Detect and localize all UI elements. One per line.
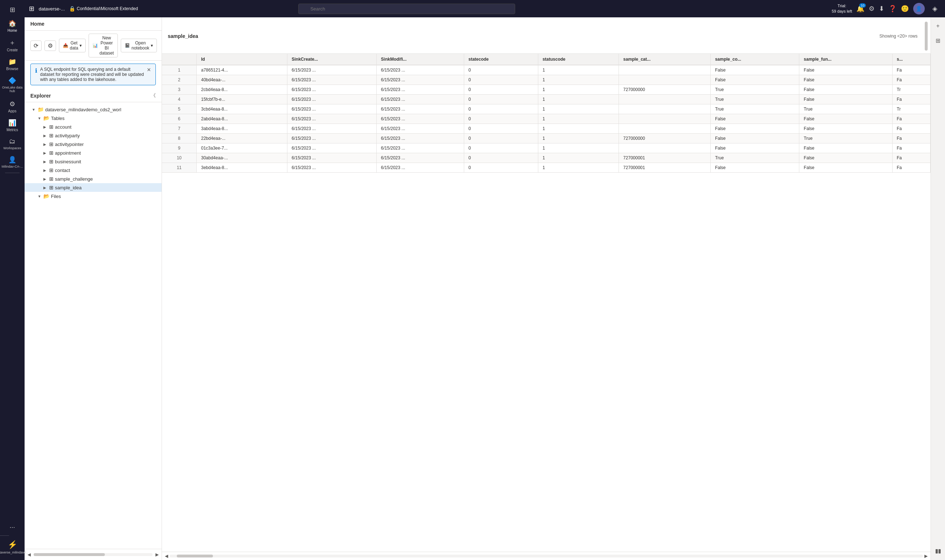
cell-sampleco-10: True bbox=[711, 153, 799, 163]
cell-s-4: Fa bbox=[892, 95, 931, 105]
tree-table-account[interactable]: ▶ ⊞ account bbox=[25, 123, 162, 131]
tables-chevron-icon: ▼ bbox=[38, 116, 42, 120]
info-close-button[interactable]: ✕ bbox=[147, 67, 151, 72]
table-scroll-left[interactable]: ◀ bbox=[165, 554, 168, 558]
cell-samplecat-6 bbox=[619, 114, 711, 124]
cell-id-7: 3abd4eaa-8... bbox=[197, 124, 287, 134]
rail-metrics[interactable]: 📊 Metrics bbox=[0, 116, 25, 135]
cell-s-9: Fa bbox=[892, 143, 931, 153]
rail-create[interactable]: ＋ Create bbox=[0, 35, 25, 55]
download-icon[interactable]: ⬇ bbox=[879, 5, 884, 13]
feedback-icon[interactable]: 🙂 bbox=[901, 5, 909, 13]
table-area[interactable]: Id SinkCreate... SinkModifi... statecode… bbox=[162, 54, 931, 552]
cell-statuscode-1: 1 bbox=[538, 65, 618, 75]
cell-sinkcreate-1: 6/15/2023 ... bbox=[287, 65, 376, 75]
table-icon-contact: ⊞ bbox=[49, 167, 54, 173]
new-dataset-button[interactable]: 📊 New Power BI dataset bbox=[89, 34, 117, 57]
files-chevron-icon: ▼ bbox=[38, 194, 42, 198]
refresh-button[interactable]: ⟳ bbox=[30, 40, 42, 51]
cell-sinkcreate-3: 6/15/2023 ... bbox=[287, 85, 376, 95]
rail-onelake[interactable]: 🔷 OneLake data hub bbox=[0, 74, 25, 96]
right-rail-columns[interactable] bbox=[932, 546, 944, 557]
table-row[interactable]: 4 15fcbf7b-e... 6/15/2023 ... 6/15/2023 … bbox=[162, 95, 931, 105]
horizontal-scroll-track[interactable] bbox=[34, 553, 153, 556]
table-header-row: Id SinkCreate... SinkModifi... statecode… bbox=[162, 54, 931, 65]
rail-home[interactable]: 🏠 Home bbox=[0, 17, 25, 35]
table-row[interactable]: 8 22bd4eaa-... 6/15/2023 ... 6/15/2023 .… bbox=[162, 134, 931, 143]
horizontal-scroll-thumb bbox=[34, 553, 105, 556]
right-rail-layout[interactable]: ⊞ bbox=[932, 35, 944, 46]
cell-s-1: Fa bbox=[892, 65, 931, 75]
scroll-right-arrow[interactable]: ▶ bbox=[154, 551, 160, 558]
grid-menu-icon[interactable]: ⊞ bbox=[29, 5, 34, 13]
fabric-icon[interactable]: ◈ bbox=[929, 3, 941, 14]
table-row[interactable]: 5 3cbd4eaa-8... 6/15/2023 ... 6/15/2023 … bbox=[162, 105, 931, 114]
table-row[interactable]: 1 a7865121-4... 6/15/2023 ... 6/15/2023 … bbox=[162, 65, 931, 75]
table-row[interactable]: 11 3ebd4eaa-8... 6/15/2023 ... 6/15/2023… bbox=[162, 163, 931, 173]
cell-id-1: a7865121-4... bbox=[197, 65, 287, 75]
cell-id-10: 30abd4eaa-... bbox=[197, 153, 287, 163]
sample-challenge-label: sample_challenge bbox=[55, 176, 93, 182]
avatar[interactable]: 👤 bbox=[913, 3, 925, 14]
topbar-title: dataverse-... bbox=[39, 6, 65, 12]
rail-grid-menu[interactable]: ⊞ bbox=[0, 3, 25, 17]
rail-milindav[interactable]: 👤 Milindav-CA-... bbox=[0, 153, 25, 171]
files-label: Files bbox=[51, 194, 61, 199]
badge-lock-icon: 🔒 bbox=[69, 6, 75, 12]
settings-icon[interactable]: ⚙ bbox=[869, 5, 874, 13]
row-num-1: 1 bbox=[162, 65, 197, 75]
table-row[interactable]: 7 3abd4eaa-8... 6/15/2023 ... 6/15/2023 … bbox=[162, 124, 931, 134]
tree-root-node[interactable]: ▼ 📁 dataverse_milindavdemo_cds2_worl bbox=[25, 105, 162, 114]
tree-files-node[interactable]: ▼ 📂 Files bbox=[25, 192, 162, 200]
open-notebook-label: Open notebook bbox=[132, 40, 149, 51]
tree-area: ▼ 📁 dataverse_milindavdemo_cds2_worl ▼ 📂… bbox=[25, 102, 162, 549]
col-s: s... bbox=[892, 54, 931, 65]
tree-table-sample-challenge[interactable]: ▶ ⊞ sample_challenge bbox=[25, 174, 162, 183]
contact-chevron-icon: ▶ bbox=[43, 168, 48, 172]
table-row[interactable]: 2 40bd4eaa-... 6/15/2023 ... 6/15/2023 .… bbox=[162, 75, 931, 85]
open-notebook-button[interactable]: 📓 Open notebook ▾ bbox=[121, 38, 157, 52]
tree-table-sample-idea[interactable]: ▶ ⊞ sample_idea bbox=[25, 183, 162, 192]
table-scroll-right[interactable]: ▶ bbox=[924, 554, 928, 558]
rail-apps[interactable]: ⚙ Apps bbox=[0, 97, 25, 116]
table-row[interactable]: 3 2cbd4eaa-8... 6/15/2023 ... 6/15/2023 … bbox=[162, 85, 931, 95]
table-row[interactable]: 6 2abd4eaa-8... 6/15/2023 ... 6/15/2023 … bbox=[162, 114, 931, 124]
right-rail-plus[interactable]: + bbox=[932, 20, 944, 32]
search-input[interactable] bbox=[298, 4, 515, 14]
cell-statuscode-10: 1 bbox=[538, 153, 618, 163]
table-row[interactable]: 10 30abd4eaa-... 6/15/2023 ... 6/15/2023… bbox=[162, 153, 931, 163]
table-icon-appointment: ⊞ bbox=[49, 150, 54, 156]
cell-sinkmodifi-2: 6/15/2023 ... bbox=[376, 75, 464, 85]
cell-samplefun-1: False bbox=[799, 65, 892, 75]
tree-table-businessunit[interactable]: ▶ ⊞ businessunit bbox=[25, 157, 162, 166]
user-workspace-icon: 👤 bbox=[8, 156, 16, 164]
row-num-2: 2 bbox=[162, 75, 197, 85]
search-wrapper: 🔍 bbox=[298, 4, 515, 14]
rail-dataverse[interactable]: ⚡ dataverse_milindavd... bbox=[0, 537, 30, 557]
help-icon[interactable]: ❓ bbox=[889, 5, 897, 13]
info-icon: ℹ bbox=[35, 67, 37, 74]
table-icon-businessunit: ⊞ bbox=[49, 158, 54, 165]
rail-workspaces[interactable]: 🗂 Workspaces bbox=[0, 135, 25, 153]
collapse-button[interactable]: 《 bbox=[151, 92, 156, 99]
table-h-scroll-track[interactable] bbox=[170, 555, 923, 557]
tree-tables-node[interactable]: ▼ 📂 Tables bbox=[25, 114, 162, 123]
cell-statuscode-9: 1 bbox=[538, 143, 618, 153]
settings-button[interactable]: ⚙ bbox=[45, 40, 56, 51]
account-chevron-icon: ▶ bbox=[43, 125, 48, 129]
col-sample-cat: sample_cat... bbox=[619, 54, 711, 65]
rail-more[interactable]: ··· bbox=[0, 521, 30, 534]
tree-table-activitypointer[interactable]: ▶ ⊞ activitypointer bbox=[25, 140, 162, 148]
root-folder-icon: 📁 bbox=[38, 106, 44, 112]
tree-table-activityparty[interactable]: ▶ ⊞ activityparty bbox=[25, 131, 162, 140]
row-num-4: 4 bbox=[162, 95, 197, 105]
home-icon: 🏠 bbox=[8, 20, 16, 28]
table-row[interactable]: 9 01c3a3ee-7... 6/15/2023 ... 6/15/2023 … bbox=[162, 143, 931, 153]
rail-browse[interactable]: 📁 Browse bbox=[0, 55, 25, 74]
notification-bell[interactable]: 🔔 10 bbox=[856, 5, 864, 13]
tree-table-appointment[interactable]: ▶ ⊞ appointment bbox=[25, 148, 162, 157]
tree-table-contact[interactable]: ▶ ⊞ contact bbox=[25, 166, 162, 174]
cell-sinkcreate-5: 6/15/2023 ... bbox=[287, 105, 376, 114]
get-data-button[interactable]: 📥 Get data ▾ bbox=[59, 38, 86, 52]
cell-samplefun-4: False bbox=[799, 95, 892, 105]
